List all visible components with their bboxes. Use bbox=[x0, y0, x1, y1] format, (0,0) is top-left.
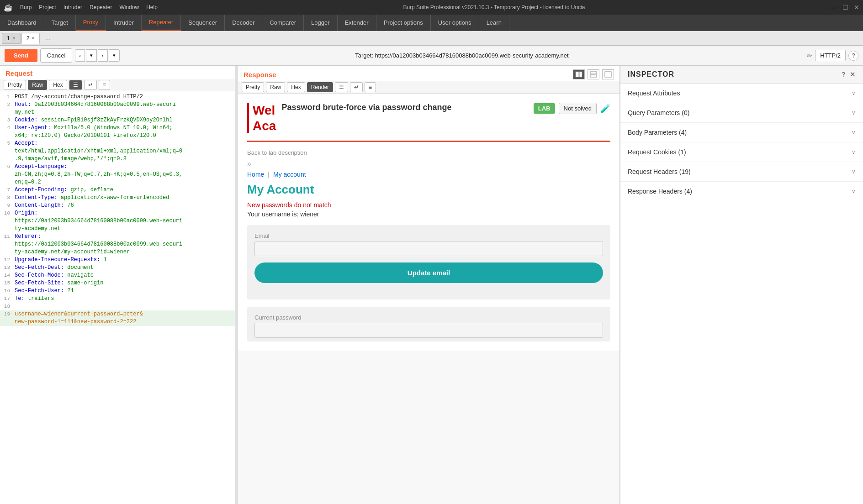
email-label: Email bbox=[254, 232, 603, 239]
repeater-tab-2-label: 2 bbox=[26, 35, 30, 42]
request-line-7: 7 Accept-Encoding: gzip, deflate bbox=[0, 186, 235, 194]
lab-header: Wel Aca Password brute-force via passwor… bbox=[247, 103, 610, 133]
request-line-8: 8 Content-Type: application/x-www-form-u… bbox=[0, 194, 235, 202]
chevron-request-attributes: ∨ bbox=[852, 90, 856, 96]
render-content: Wel Aca Password brute-force via passwor… bbox=[238, 94, 619, 504]
tab-comparer[interactable]: Comparer bbox=[262, 15, 304, 31]
help-button[interactable]: ? bbox=[848, 51, 858, 61]
http-version-selector[interactable]: HTTP/2 bbox=[815, 50, 846, 61]
repeater-tab-1-close[interactable]: ✕ bbox=[12, 36, 16, 41]
response-newline-icon[interactable]: ↵ bbox=[350, 82, 363, 92]
request-line-10c: ty-academy.net bbox=[0, 225, 235, 233]
inspector-close-icon[interactable]: ✕ bbox=[850, 70, 856, 79]
request-menu-icon[interactable]: ≡ bbox=[99, 80, 110, 90]
repeater-tabbar: 1 ✕ 2 ✕ ... bbox=[0, 31, 863, 46]
view-single-button[interactable] bbox=[602, 69, 614, 79]
response-tab-render[interactable]: Render bbox=[307, 82, 333, 92]
tab-dashboard[interactable]: Dashboard bbox=[0, 15, 44, 31]
request-newline-icon[interactable]: ↵ bbox=[84, 80, 97, 90]
tab-repeater[interactable]: Repeater bbox=[142, 15, 181, 31]
request-line-6b: zh-CN,zh;q=0.8,zh-TW;q=0.7,zh-HK;q=0.5,e… bbox=[0, 171, 235, 178]
lab-badge: LAB bbox=[534, 103, 555, 114]
back-to-lab[interactable]: Back to lab description bbox=[247, 147, 610, 159]
request-line-14: 14 Sec-Fetch-Mode: navigate bbox=[0, 272, 235, 279]
current-password-label: Current password bbox=[254, 314, 603, 321]
inspector-section-request-cookies: Request Cookies (1) ∨ bbox=[620, 142, 863, 162]
request-tab-hex[interactable]: Hex bbox=[49, 80, 67, 90]
edit-target-icon[interactable]: ✏ bbox=[807, 52, 812, 59]
target-label: Target: https://0a12003b034664d78160088b… bbox=[122, 52, 802, 59]
inspector-section-body-params: Body Parameters (4) ∨ bbox=[620, 123, 863, 142]
nav-home-link[interactable]: Home bbox=[247, 171, 264, 178]
tab-decoder[interactable]: Decoder bbox=[225, 15, 262, 31]
menu-burp[interactable]: Burp bbox=[20, 4, 32, 10]
inspector-section-request-attributes: Request Attributes ∨ bbox=[620, 84, 863, 103]
tab-logger[interactable]: Logger bbox=[304, 15, 337, 31]
close-button[interactable]: ✕ bbox=[854, 4, 859, 11]
chevron-request-cookies: ∨ bbox=[852, 149, 856, 155]
tab-target[interactable]: Target bbox=[44, 15, 76, 31]
request-line-13: 13 Sec-Fetch-Dest: document bbox=[0, 264, 235, 272]
email-form: Email Update email bbox=[247, 225, 610, 299]
menu-repeater[interactable]: Repeater bbox=[90, 4, 112, 10]
window-controls: — ☐ ✕ bbox=[831, 4, 859, 11]
nav-separator: | bbox=[268, 171, 270, 178]
response-list-icon[interactable]: ☰ bbox=[335, 82, 348, 92]
tab-proxy[interactable]: Proxy bbox=[76, 15, 106, 31]
update-email-button[interactable]: Update email bbox=[254, 262, 603, 283]
request-line-10b: https://0a12003b034664d78160088b00ac0099… bbox=[0, 217, 235, 225]
lab-logo: Wel Aca bbox=[247, 103, 276, 133]
current-password-input[interactable] bbox=[254, 323, 603, 338]
minimize-button[interactable]: — bbox=[831, 4, 837, 11]
request-line-11b: https://0a12003b034664d78160088b00ac0099… bbox=[0, 241, 235, 248]
inspector-section-header-query-params[interactable]: Query Parameters (0) ∨ bbox=[620, 103, 863, 122]
response-menu-icon[interactable]: ≡ bbox=[365, 82, 376, 92]
tab-learn[interactable]: Learn bbox=[479, 15, 509, 31]
back-dropdown-button[interactable]: ▾ bbox=[86, 49, 97, 62]
svg-rect-3 bbox=[590, 75, 597, 77]
tab-sequencer[interactable]: Sequencer bbox=[181, 15, 225, 31]
maximize-button[interactable]: ☐ bbox=[842, 4, 848, 11]
request-line-17: 17 Te: trailers bbox=[0, 295, 235, 303]
view-split-v-button[interactable] bbox=[588, 69, 599, 79]
nav-links: Home | My account bbox=[247, 171, 610, 178]
request-editor[interactable]: 1 POST /my-account/change-password HTTP/… bbox=[0, 91, 235, 504]
nav-myaccount-link[interactable]: My account bbox=[273, 171, 306, 178]
repeater-tab-1[interactable]: 1 ✕ bbox=[2, 33, 21, 44]
request-tab-pretty[interactable]: Pretty bbox=[4, 80, 26, 90]
send-button[interactable]: Send bbox=[5, 49, 37, 62]
request-list-icon[interactable]: ☰ bbox=[69, 80, 82, 90]
inspector-section-header-body-params[interactable]: Body Parameters (4) ∨ bbox=[620, 123, 863, 142]
response-tab-raw[interactable]: Raw bbox=[266, 82, 285, 92]
menu-window[interactable]: Window bbox=[119, 4, 139, 10]
menu-help[interactable]: Help bbox=[146, 4, 158, 10]
chevron-response-headers: ∨ bbox=[852, 188, 856, 194]
app-logo: ☕ bbox=[4, 3, 13, 12]
forward-button[interactable]: › bbox=[98, 49, 108, 62]
response-tab-pretty[interactable]: Pretty bbox=[242, 82, 264, 92]
tab-intruder[interactable]: Intruder bbox=[106, 15, 142, 31]
inspector-section-header-request-headers[interactable]: Request Headers (19) ∨ bbox=[620, 162, 863, 181]
inspector-help-icon[interactable]: ? bbox=[842, 70, 845, 79]
menu-project[interactable]: Project bbox=[39, 4, 56, 10]
inspector-section-header-request-attributes[interactable]: Request Attributes ∨ bbox=[620, 84, 863, 103]
repeater-new-tab[interactable]: ... bbox=[41, 33, 55, 43]
menu-intruder[interactable]: Intruder bbox=[64, 4, 82, 10]
repeater-tab-2[interactable]: 2 ✕ bbox=[21, 33, 40, 44]
cancel-button[interactable]: Cancel bbox=[40, 48, 72, 63]
tab-extender[interactable]: Extender bbox=[338, 15, 376, 31]
view-split-h-button[interactable] bbox=[573, 69, 585, 79]
inspector-header: INSPECTOR ? ✕ bbox=[620, 66, 863, 84]
divider bbox=[247, 141, 610, 142]
inspector-section-header-response-headers[interactable]: Response Headers (4) ∨ bbox=[620, 182, 863, 201]
request-line-11: 11 Referer: bbox=[0, 233, 235, 241]
forward-dropdown-button[interactable]: ▾ bbox=[109, 49, 120, 62]
response-tab-hex[interactable]: Hex bbox=[287, 82, 305, 92]
inspector-section-header-request-cookies[interactable]: Request Cookies (1) ∨ bbox=[620, 142, 863, 162]
back-button[interactable]: ‹ bbox=[75, 49, 85, 62]
tab-user-options[interactable]: User options bbox=[431, 15, 479, 31]
email-input[interactable] bbox=[254, 241, 603, 256]
tab-project-options[interactable]: Project options bbox=[376, 15, 431, 31]
request-tab-raw[interactable]: Raw bbox=[28, 80, 47, 90]
repeater-tab-2-close[interactable]: ✕ bbox=[31, 36, 35, 41]
